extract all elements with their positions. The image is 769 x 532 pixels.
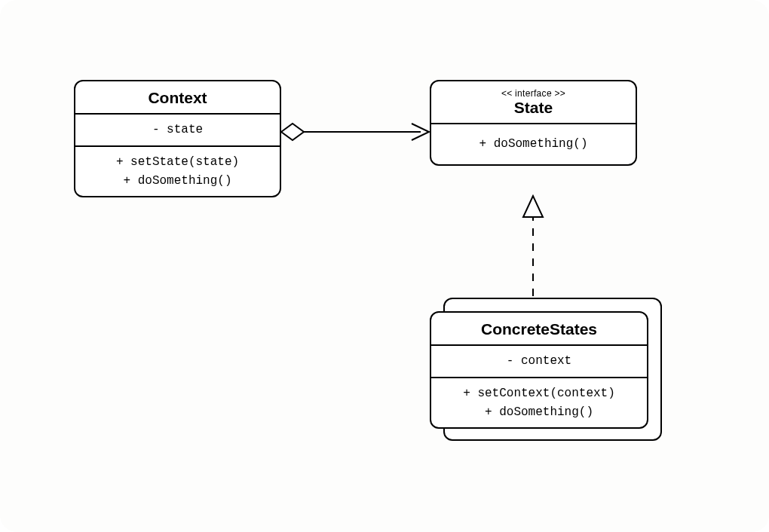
aggregation-diamond-icon	[281, 124, 304, 140]
uml-attribute: - context	[439, 352, 639, 371]
uml-class-header: << interface >> State	[431, 81, 636, 124]
uml-attribute-compartment: - context	[431, 346, 647, 378]
uml-operation-compartment: + doSomething()	[431, 124, 636, 164]
realization-edge	[523, 196, 543, 311]
uml-class-name: State	[431, 98, 636, 117]
uml-operation: + setContext(context)	[439, 384, 639, 403]
open-arrowhead-icon	[412, 124, 429, 140]
uml-operation: + setState(state)	[83, 153, 272, 172]
uml-interface-state: << interface >> State + doSomething()	[430, 80, 637, 166]
uml-attribute: - state	[83, 121, 272, 139]
uml-operation-compartment: + setState(state) + doSomething()	[75, 147, 280, 197]
diagram-canvas: Context - state + setState(state) + doSo…	[0, 0, 769, 532]
uml-operation-compartment: + setContext(context) + doSomething()	[431, 378, 647, 428]
aggregation-edge	[281, 124, 429, 140]
uml-operation: + doSomething()	[439, 403, 639, 422]
uml-class-name: ConcreteStates	[431, 313, 647, 346]
uml-operation: + doSomething()	[83, 172, 272, 191]
uml-class-context: Context - state + setState(state) + doSo…	[74, 80, 281, 197]
uml-class-concrete-states: ConcreteStates - context + setContext(co…	[430, 311, 648, 429]
uml-attribute-compartment: - state	[75, 115, 280, 147]
uml-operation: + doSomething()	[439, 135, 628, 154]
uml-stereotype: << interface >>	[431, 81, 636, 98]
hollow-triangle-arrowhead-icon	[523, 196, 543, 217]
uml-class-name: Context	[75, 81, 280, 115]
